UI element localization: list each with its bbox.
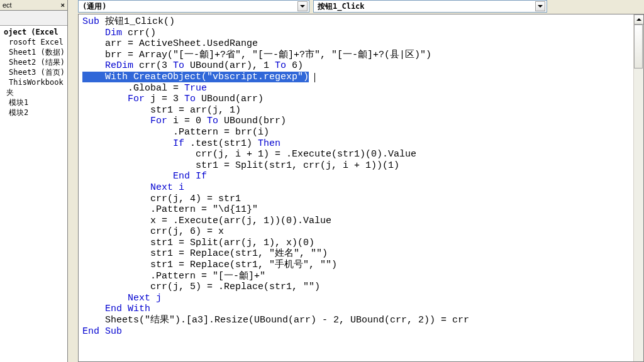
tree-item[interactable]: ThisWorkbook: [0, 77, 67, 87]
svg-marker-0: [300, 5, 305, 8]
procedure-combo-value: 按钮1_Click: [318, 1, 365, 12]
code-editor[interactable]: Sub 按钮1_Click() Dim crr() arr = ActiveSh…: [79, 14, 643, 361]
close-icon[interactable]: ×: [61, 1, 65, 9]
tree-item[interactable]: rosoft Excel 对: [0, 37, 67, 47]
tree-module[interactable]: 模块1: [0, 97, 67, 107]
code-wrapper: Sub 按钮1_Click() Dim crr() arr = ActiveSh…: [78, 14, 644, 362]
vertical-scrollbar[interactable]: [633, 14, 643, 361]
project-explorer-header: ect ×: [0, 0, 67, 11]
tree-item[interactable]: Sheet2 (结果): [0, 57, 67, 67]
scroll-thumb[interactable]: [634, 25, 643, 69]
selected-code-line: With CreateObject("vbscript.regexp"): [82, 72, 309, 82]
dropdown-row: (通用) 按钮1_Click: [68, 0, 644, 14]
tree-modules-folder[interactable]: 夹: [0, 87, 67, 97]
object-combo[interactable]: (通用): [78, 0, 309, 13]
tree-module[interactable]: 模块2: [0, 107, 67, 118]
svg-marker-2: [636, 18, 641, 21]
project-explorer-toolbar: [0, 11, 67, 26]
chevron-down-icon[interactable]: [535, 1, 545, 11]
tree-item[interactable]: Sheet1 (数据): [0, 47, 67, 57]
project-tree[interactable]: oject (Excel rosoft Excel 对Sheet1 (数据)Sh…: [0, 26, 67, 118]
object-combo-value: (通用): [82, 1, 106, 12]
code-editor-area: (通用) 按钮1_Click Sub 按钮1_Click() Dim crr()…: [68, 0, 644, 362]
scroll-up-icon[interactable]: [634, 14, 644, 25]
chevron-down-icon[interactable]: [297, 1, 308, 11]
tree-item[interactable]: Sheet3 (首页): [0, 67, 67, 77]
procedure-combo[interactable]: 按钮1_Click: [313, 0, 547, 13]
project-explorer-title: ect: [3, 1, 12, 9]
project-explorer: ect × oject (Excel rosoft Excel 对Sheet1 …: [0, 0, 68, 362]
svg-marker-1: [538, 5, 543, 8]
tree-root[interactable]: oject (Excel: [0, 27, 67, 37]
text-cursor: [314, 73, 315, 82]
